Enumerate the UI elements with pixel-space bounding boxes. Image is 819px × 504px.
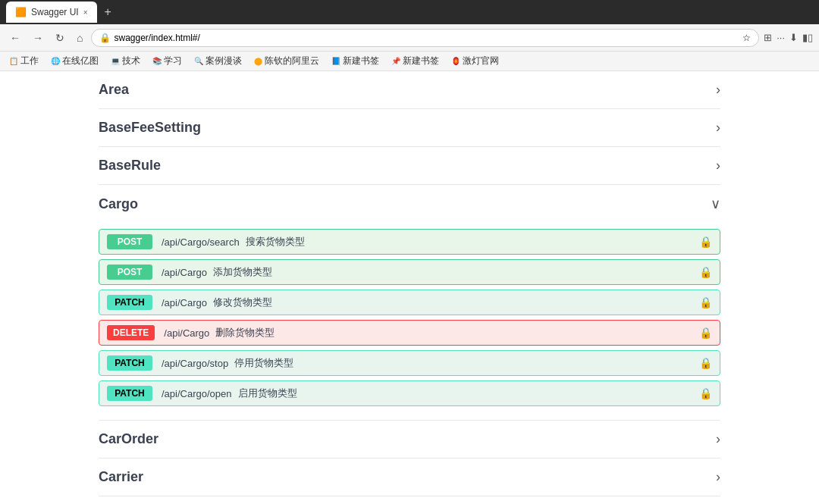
endpoint-desc-delete: 删除货物类型 [215, 326, 275, 340]
refresh-button[interactable]: ↻ [52, 30, 68, 45]
section-basefeesetting-title: BaseFeeSetting [99, 120, 201, 136]
section-carrier[interactable]: Carrier › [99, 459, 720, 496]
bookmark-aliyun-label: 陈钦的阿里云 [265, 55, 319, 67]
bookmark-anli[interactable]: 🔍 案例漫谈 [191, 53, 245, 69]
new-tab-button[interactable]: + [100, 5, 116, 19]
aliyun-icon: ⬤ [254, 57, 262, 65]
section-basefeesetting-chevron: › [716, 120, 720, 136]
endpoint-cargo-search[interactable]: POST /api/Cargo/search 搜索货物类型 🔒 [99, 229, 720, 255]
endpoint-lock-delete: 🔒 [699, 327, 712, 339]
address-bar: 🔒 ☆ [91, 29, 759, 47]
bookmark-iyitu[interactable]: 🌐 在线亿图 [48, 53, 102, 69]
bookmarks-bar: 📋 工作 🌐 在线亿图 💻 技术 📚 学习 🔍 案例漫谈 ⬤ 陈钦的阿里云 📘 … [0, 52, 819, 71]
forward-button[interactable]: → [29, 30, 47, 45]
bookmark-new2-label: 新建书签 [403, 55, 439, 67]
bookmark-jideng[interactable]: 🏮 激灯官网 [448, 53, 502, 69]
bookmark-new1-label: 新建书签 [343, 55, 379, 67]
endpoint-cargo-stop[interactable]: PATCH /api/Cargo/stop 停用货物类型 🔒 [99, 350, 720, 376]
section-commoditymaterial[interactable]: CommodityMaterial › [99, 496, 720, 504]
bookmark-new1[interactable]: 📘 新建书签 [328, 53, 382, 69]
address-input[interactable] [114, 33, 739, 43]
endpoint-lock-modify: 🔒 [699, 296, 712, 308]
section-basefeesetting[interactable]: BaseFeeSetting › [99, 109, 720, 147]
method-badge-patch-stop: PATCH [107, 355, 152, 371]
section-area-chevron: › [716, 82, 720, 98]
endpoint-path-modify: /api/Cargo [162, 297, 207, 308]
endpoint-desc-add: 添加货物类型 [213, 265, 272, 279]
cargo-endpoints: POST /api/Cargo/search 搜索货物类型 🔒 POST /ap… [99, 223, 720, 420]
download-icon[interactable]: ⬇ [789, 32, 798, 43]
method-badge-patch-modify: PATCH [107, 295, 152, 310]
endpoint-desc-modify: 修改货物类型 [213, 296, 272, 309]
section-cargo-chevron: ∨ [711, 196, 720, 212]
method-badge-post-add: POST [107, 265, 152, 280]
back-button[interactable]: ← [6, 30, 24, 45]
iyitu-icon: 🌐 [51, 57, 60, 65]
grid-icon[interactable]: ⊞ [764, 32, 772, 43]
bookmark-study-label: 学习 [164, 55, 182, 67]
section-baserule-title: BaseRule [99, 158, 161, 174]
tech-icon: 💻 [111, 57, 120, 65]
more-icon[interactable]: ··· [777, 32, 785, 43]
bookmark-tech[interactable]: 💻 技术 [108, 53, 143, 69]
bookmark-new2[interactable]: 📌 新建书签 [388, 53, 442, 69]
endpoint-cargo-add[interactable]: POST /api/Cargo 添加货物类型 🔒 [99, 259, 720, 285]
swagger-content: Area › BaseFeeSetting › BaseRule › Cargo… [0, 71, 819, 504]
work-icon: 📋 [9, 57, 18, 65]
tab-title: Swagger UI [31, 7, 79, 17]
home-button[interactable]: ⌂ [73, 30, 86, 45]
bookmark-study[interactable]: 📚 学习 [149, 53, 185, 69]
address-star-icon: ☆ [742, 33, 751, 43]
method-badge-post-search: POST [107, 234, 152, 249]
study-icon: 📚 [152, 57, 162, 65]
new1-icon: 📘 [331, 57, 340, 65]
nav-bar: ← → ↻ ⌂ 🔒 ☆ ⊞ ··· ⬇ ▮▯ [0, 24, 819, 52]
tab-close-button[interactable]: × [83, 8, 88, 17]
section-cargo-header[interactable]: Cargo ∨ [99, 185, 720, 223]
bookmark-work[interactable]: 📋 工作 [6, 53, 42, 69]
section-area-title: Area [99, 82, 129, 98]
section-carorder-chevron: › [716, 431, 720, 447]
bookmark-jideng-label: 激灯官网 [463, 55, 499, 67]
bookmark-iyitu-label: 在线亿图 [62, 55, 99, 67]
endpoint-cargo-modify[interactable]: PATCH /api/Cargo 修改货物类型 🔒 [99, 290, 720, 315]
section-baserule-chevron: › [716, 158, 720, 174]
active-tab[interactable]: 🟧 Swagger UI × [6, 2, 97, 23]
sidebar-icon[interactable]: ▮▯ [802, 32, 813, 43]
endpoint-desc-open: 启用货物类型 [238, 387, 297, 400]
bookmark-tech-label: 技术 [122, 55, 140, 67]
section-area[interactable]: Area › [99, 71, 720, 109]
endpoint-lock-search: 🔒 [699, 236, 712, 248]
browser-chrome: 🟧 Swagger UI × + [0, 0, 819, 24]
section-baserule[interactable]: BaseRule › [99, 147, 720, 185]
bookmark-aliyun[interactable]: ⬤ 陈钦的阿里云 [251, 53, 322, 69]
method-badge-delete: DELETE [107, 325, 155, 340]
bookmark-anli-label: 案例漫谈 [206, 55, 242, 67]
tab-favicon: 🟧 [15, 7, 27, 17]
section-carrier-title: Carrier [99, 469, 143, 485]
endpoint-lock-stop: 🔒 [699, 357, 712, 369]
endpoint-path-search: /api/Cargo/search [162, 236, 240, 248]
method-badge-patch-open: PATCH [107, 386, 152, 401]
section-carorder-title: CarOrder [99, 431, 158, 447]
section-carrier-chevron: › [716, 469, 720, 485]
endpoint-cargo-delete[interactable]: DELETE /api/Cargo 删除货物类型 🔒 [99, 320, 720, 346]
endpoint-path-open: /api/Cargo/open [162, 388, 232, 399]
anli-icon: 🔍 [194, 57, 203, 65]
endpoint-desc-stop: 停用货物类型 [234, 356, 293, 370]
section-cargo-title: Cargo [99, 196, 138, 212]
endpoint-lock-open: 🔒 [699, 387, 712, 399]
endpoint-path-stop: /api/Cargo/stop [162, 358, 228, 369]
jideng-icon: 🏮 [451, 57, 460, 65]
bookmark-work-label: 工作 [20, 55, 39, 67]
endpoint-desc-search: 搜索货物类型 [246, 235, 305, 249]
endpoint-cargo-open[interactable]: PATCH /api/Cargo/open 启用货物类型 🔒 [99, 380, 720, 406]
section-cargo: Cargo ∨ POST /api/Cargo/search 搜索货物类型 🔒 … [99, 185, 720, 421]
address-lock-icon: 🔒 [99, 33, 111, 43]
endpoint-path-add: /api/Cargo [162, 267, 207, 278]
new2-icon: 📌 [391, 57, 400, 65]
tab-bar: 🟧 Swagger UI × + [6, 2, 116, 23]
section-carorder[interactable]: CarOrder › [99, 421, 720, 459]
endpoint-lock-add: 🔒 [699, 266, 712, 278]
nav-icons: ⊞ ··· ⬇ ▮▯ [764, 32, 813, 43]
